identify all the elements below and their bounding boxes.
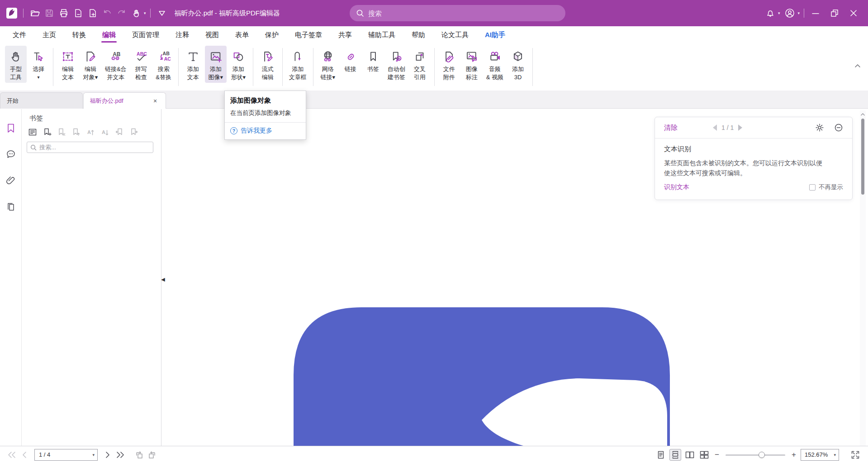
ribbon-collapse-icon[interactable] xyxy=(854,63,861,69)
settings-gear-icon[interactable] xyxy=(815,123,824,132)
continuous-facing-view-button[interactable] xyxy=(698,449,710,461)
attachments-panel-icon[interactable] xyxy=(5,174,17,187)
toolbar-button-add-shape[interactable]: 添加 形状▾ xyxy=(228,46,249,83)
zoom-in-button[interactable]: + xyxy=(790,450,798,459)
collapse-panel-icon[interactable] xyxy=(834,123,843,132)
minimize-button[interactable] xyxy=(808,6,823,20)
menu-item-paper-tools[interactable]: 论文工具 xyxy=(433,26,477,43)
first-page-button[interactable] xyxy=(5,449,18,461)
add-bookmark-icon[interactable] xyxy=(42,127,52,137)
tell-me-more-link[interactable]: ? 告诉我更多 xyxy=(230,127,300,135)
toolbar-button-spell-check[interactable]: ABC 拼写 检查 xyxy=(130,46,152,83)
toolbar-button-search-replace[interactable]: ABAC 搜索 &替换 xyxy=(153,46,175,83)
menu-item-protect[interactable]: 保护 xyxy=(257,26,287,43)
global-search-input[interactable] xyxy=(368,10,540,17)
close-button[interactable] xyxy=(846,6,861,20)
toolbar-button-web-link[interactable]: 网络 链接▾ xyxy=(317,46,339,83)
menu-item-esign[interactable]: 电子签章 xyxy=(287,26,330,43)
account-icon[interactable] xyxy=(783,6,797,20)
toolbar-button-add-text[interactable]: 添加 文本 xyxy=(182,46,204,83)
next-bookmark-icon[interactable] xyxy=(129,127,139,137)
toolbar-button-audio-video[interactable]: 音频 & 视频 xyxy=(484,46,506,83)
bookmark-search-input[interactable] xyxy=(39,144,143,151)
app-logo-icon[interactable] xyxy=(5,6,19,20)
bookmark-outline-list-icon[interactable] xyxy=(28,127,38,137)
menu-item-file[interactable]: 文件 xyxy=(5,26,34,43)
toolbar-button-add-article-box[interactable]: 添加 文章框 xyxy=(286,46,309,83)
bookmarks-panel-icon[interactable] xyxy=(5,122,17,134)
toolbar-button-select[interactable]: 选择 ▾ xyxy=(28,46,49,83)
account-caret-icon[interactable]: ▾ xyxy=(797,11,800,15)
pages-panel-icon[interactable] xyxy=(5,200,17,213)
menu-item-form[interactable]: 表单 xyxy=(227,26,257,43)
page-add-icon[interactable] xyxy=(85,6,100,20)
toolbar-button-reflow-edit[interactable]: 流式 编辑 xyxy=(257,46,279,83)
menu-item-accessibility[interactable]: 辅助工具 xyxy=(360,26,403,43)
scroll-up-icon[interactable] xyxy=(860,112,866,117)
next-page-icon[interactable] xyxy=(738,124,742,131)
last-page-button[interactable] xyxy=(114,449,127,461)
restore-button[interactable] xyxy=(827,6,842,20)
panel-collapse-handle[interactable]: ◀ xyxy=(159,271,167,288)
print-icon[interactable] xyxy=(57,6,71,20)
continuous-view-button[interactable] xyxy=(669,449,681,461)
open-file-icon[interactable] xyxy=(28,6,42,20)
next-view-button[interactable] xyxy=(146,449,158,461)
recognize-text-link[interactable]: 识别文本 xyxy=(664,183,689,191)
page-remove-icon[interactable] xyxy=(71,6,85,20)
sort-descending-icon[interactable]: A xyxy=(100,127,110,137)
toolbar-button-image-annotation[interactable]: 图像 标注 xyxy=(461,46,483,83)
fullscreen-button[interactable] xyxy=(849,449,862,461)
zoom-out-button[interactable]: − xyxy=(713,450,721,459)
zoom-level-box[interactable]: 152.67% ▾ xyxy=(801,449,839,461)
menu-item-convert[interactable]: 转换 xyxy=(64,26,94,43)
menu-item-view[interactable]: 视图 xyxy=(197,26,227,43)
zoom-slider-knob[interactable] xyxy=(759,452,765,458)
bookmark-search-box[interactable] xyxy=(27,142,153,153)
quick-tools-dropdown-icon[interactable] xyxy=(155,6,169,20)
previous-view-button[interactable] xyxy=(133,449,146,461)
menu-item-home[interactable]: 主页 xyxy=(34,26,64,43)
toolbar-button-edit-text[interactable]: 编辑 文本 xyxy=(57,46,79,83)
previous-page-button[interactable] xyxy=(18,449,31,461)
notifications-caret-icon[interactable]: ▾ xyxy=(778,11,780,15)
menu-item-ai-assistant[interactable]: AI助手 xyxy=(477,26,513,43)
toolbar-button-link[interactable]: 链接 xyxy=(340,46,361,83)
delete-bookmark-icon[interactable] xyxy=(57,127,66,137)
global-search-box[interactable] xyxy=(350,5,565,21)
toolbar-button-add-3d[interactable]: 添加 3D xyxy=(507,46,529,83)
toolbar-button-hand-tool[interactable]: 手型 工具 xyxy=(5,46,27,83)
toolbar-button-add-image[interactable]: 添加 图像▾ xyxy=(205,46,227,83)
scrollbar-thumb[interactable] xyxy=(861,119,864,195)
dont-show-again-checkbox[interactable] xyxy=(809,184,816,191)
hand-mode-icon[interactable] xyxy=(129,6,143,20)
toolbar-button-cross-reference[interactable]: 交叉 引用 xyxy=(409,46,431,83)
toolbar-button-bookmark[interactable]: 书签 xyxy=(362,46,384,83)
sort-ascending-icon[interactable]: A xyxy=(85,127,95,137)
page-number-box[interactable]: 1 / 4 ▾ xyxy=(34,449,98,461)
hand-mode-caret-icon[interactable]: ▾ xyxy=(144,11,146,15)
undo-icon[interactable] xyxy=(100,6,114,20)
previous-bookmark-icon[interactable] xyxy=(114,127,124,137)
zoom-slider-track[interactable] xyxy=(726,454,785,456)
clear-button[interactable]: 清除 xyxy=(664,124,678,132)
toolbar-button-auto-bookmark[interactable]: A 自动创 建书签 xyxy=(385,46,408,83)
previous-page-icon[interactable] xyxy=(713,124,717,131)
redo-icon[interactable] xyxy=(114,6,129,20)
tab-start[interactable]: 开始 xyxy=(0,92,83,109)
zoom-slider[interactable] xyxy=(726,449,785,461)
facing-view-button[interactable] xyxy=(684,449,696,461)
zoom-dropdown-caret-icon[interactable]: ▾ xyxy=(834,453,836,457)
menu-item-share[interactable]: 共享 xyxy=(330,26,360,43)
menu-item-comment[interactable]: 注释 xyxy=(167,26,197,43)
toolbar-button-file-attachment[interactable]: 文件 附件 xyxy=(438,46,460,83)
toolbar-button-edit-object[interactable]: 编辑 对象▾ xyxy=(80,46,101,83)
page-dropdown-caret-icon[interactable]: ▾ xyxy=(92,453,95,457)
next-page-button[interactable] xyxy=(101,449,114,461)
tab-document[interactable]: 福昕办公.pdf × xyxy=(83,92,166,109)
notifications-bell-icon[interactable] xyxy=(763,6,778,20)
move-bookmark-up-icon[interactable] xyxy=(71,127,81,137)
menu-item-help[interactable]: 帮助 xyxy=(403,26,433,43)
menu-item-page-manage[interactable]: 页面管理 xyxy=(124,26,167,43)
menu-item-edit[interactable]: 编辑 xyxy=(94,26,124,43)
